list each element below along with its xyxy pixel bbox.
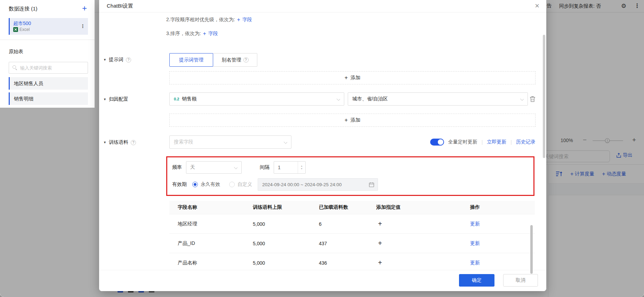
col-corpus-limit: 训练语料上限	[253, 204, 319, 211]
connection-name: 超市500	[13, 20, 84, 26]
plus-icon: +	[345, 117, 348, 123]
modal-footer: 确定 取消	[99, 270, 546, 291]
connection-type-label: Excel	[19, 27, 30, 32]
add-field-icon[interactable]: +	[237, 17, 240, 23]
prompt-manage-tab[interactable]: 提示词管理	[169, 53, 213, 67]
update-row-link[interactable]: 更新	[470, 240, 480, 246]
update-row-link[interactable]: 更新	[470, 260, 480, 265]
col-add-value: 添加指定值	[376, 204, 470, 211]
add-value-button[interactable]: +	[376, 259, 382, 267]
add-field-icon[interactable]: +	[203, 31, 206, 37]
frequency-select[interactable]: 天	[186, 161, 242, 174]
chevron-down-icon	[337, 97, 340, 101]
table-search-input[interactable]	[20, 62, 86, 73]
col-action: 操作	[470, 204, 535, 211]
trash-icon[interactable]	[530, 96, 536, 104]
table-item-sales-detail[interactable]: 销售明细	[9, 92, 88, 105]
validity-label: 有效期	[172, 181, 187, 188]
corpus-controls: 全量定时更新 | 立即更新 | 历史记录	[430, 135, 536, 149]
stepper-up-icon[interactable]: ▲	[300, 165, 303, 167]
help-icon[interactable]: ?	[131, 140, 136, 145]
modal-header: ChatBI设置 ×	[99, 0, 546, 13]
corpus-field-search-select[interactable]: 搜索字段	[169, 135, 291, 149]
chevron-down-icon	[284, 140, 287, 144]
stepper-down-icon[interactable]: ▼	[300, 167, 303, 170]
radio-forever-label[interactable]: 永久有效	[201, 181, 220, 188]
confirm-button[interactable]: 确定	[459, 274, 494, 287]
connection-more-icon[interactable]: ⋮	[80, 23, 85, 29]
prompt-section-label: ▼ 提示词 ?	[103, 57, 131, 63]
frequency-row: 频率 天 间隔 1 ▲ ▼	[172, 161, 306, 174]
number-stepper: ▲ ▼	[298, 162, 305, 173]
search-icon	[13, 65, 16, 69]
connection-item-selected[interactable]: 超市500 Excel ⋮	[9, 18, 88, 35]
chatbi-settings-modal: ChatBI设置 × 2.字段顺序相对优先级，依次为: + 字段 3.排序，依次…	[99, 0, 546, 291]
step-line-sort: 3.排序，依次为: + 字段	[166, 31, 218, 37]
sidebar-divider	[0, 40, 95, 40]
attribution-add-area[interactable]: + 添加	[169, 114, 536, 127]
corpus-section-label: ▼ 训练语料 ?	[103, 139, 136, 146]
interval-label: 间隔	[260, 164, 269, 171]
add-value-button[interactable]: +	[376, 220, 382, 228]
add-field-link[interactable]: 字段	[242, 17, 252, 23]
table-row: 产品_ID 5,000 437 + 更新	[169, 234, 535, 253]
corpus-table: 字段名称 训练语料上限 已加载语料数 添加指定值 操作 地区经理 5,000 6…	[169, 201, 535, 273]
prompt-add-area[interactable]: + 添加	[169, 71, 536, 84]
date-range-input[interactable]: 2024-09-24 00:00 ~ 2024-09-25 24:00	[258, 178, 378, 191]
history-link[interactable]: 历史记录	[516, 139, 536, 145]
schedule-highlight-box: 频率 天 间隔 1 ▲ ▼ 有效期 永久有效	[166, 156, 534, 196]
col-loaded-count: 已加载语料数	[319, 204, 376, 211]
attribution-metric-select[interactable]: 0.2 销售额	[169, 92, 344, 106]
frequency-label: 频率	[172, 164, 182, 171]
collapse-icon[interactable]: ▼	[103, 58, 106, 61]
calendar-icon	[369, 182, 374, 188]
collapse-icon[interactable]: ▼	[103, 98, 106, 101]
scheduled-update-toggle[interactable]	[430, 139, 444, 146]
data-connection-title: 数据连接 (1)	[9, 6, 38, 12]
excel-icon	[13, 27, 18, 32]
table-row: 地区经理 5,000 6 + 更新	[169, 214, 535, 234]
help-icon[interactable]: ?	[126, 57, 131, 63]
alias-manage-tab[interactable]: 别名管理 ?	[213, 53, 257, 67]
app-root: 告 同步到复杂报表: 否 ⚙ ⋮ 100% − + 导出 +	[0, 0, 644, 297]
update-row-link[interactable]: 更新	[470, 221, 480, 226]
modal-title: ChatBI设置	[107, 3, 133, 9]
separator: |	[510, 139, 512, 145]
weight-badge: 0.2	[174, 97, 179, 101]
raw-tables-label: 原始表	[9, 49, 23, 55]
attribution-section-label: ▼ 归因配置	[103, 96, 128, 102]
collapse-icon[interactable]: ▼	[103, 141, 106, 144]
radio-custom-label[interactable]: 自定义	[238, 181, 252, 188]
help-icon[interactable]: ?	[243, 57, 249, 63]
separator: |	[482, 139, 483, 145]
toggle-label: 全量定时更新	[448, 139, 477, 145]
col-field-name: 字段名称	[169, 204, 253, 211]
add-connection-button[interactable]: +	[82, 3, 87, 13]
radio-forever[interactable]	[192, 182, 198, 187]
table-header-row: 字段名称 训练语料上限 已加载语料数 添加指定值 操作	[169, 201, 535, 214]
step-line-field-priority: 2.字段顺序相对优先级，依次为: + 字段	[166, 17, 252, 23]
table-scrollbar[interactable]	[530, 225, 533, 274]
add-field-link[interactable]: 字段	[208, 31, 218, 37]
add-value-button[interactable]: +	[376, 239, 382, 247]
modal-scrollbar[interactable]	[543, 35, 545, 158]
chevron-down-icon	[234, 166, 238, 169]
table-item-region-sales[interactable]: 地区销售人员	[9, 77, 88, 90]
interval-input[interactable]: 1 ▲ ▼	[274, 161, 306, 174]
cancel-button[interactable]: 取消	[503, 274, 538, 287]
validity-row: 有效期 永久有效 自定义 2024-09-24 00:00 ~ 2024-09-…	[172, 178, 378, 191]
radio-custom[interactable]	[229, 182, 235, 187]
attribution-dimension-select[interactable]: 城市、省/自治区	[348, 92, 528, 106]
chevron-down-icon	[520, 97, 524, 101]
close-icon[interactable]: ×	[533, 1, 541, 11]
plus-icon: +	[345, 75, 348, 81]
update-now-link[interactable]: 立即更新	[487, 139, 506, 145]
table-search-box	[9, 62, 88, 74]
sidebar-panel: 数据连接 (1) + 超市500 Excel ⋮ 原始表 地区销售人员 销售明细	[0, 0, 95, 108]
